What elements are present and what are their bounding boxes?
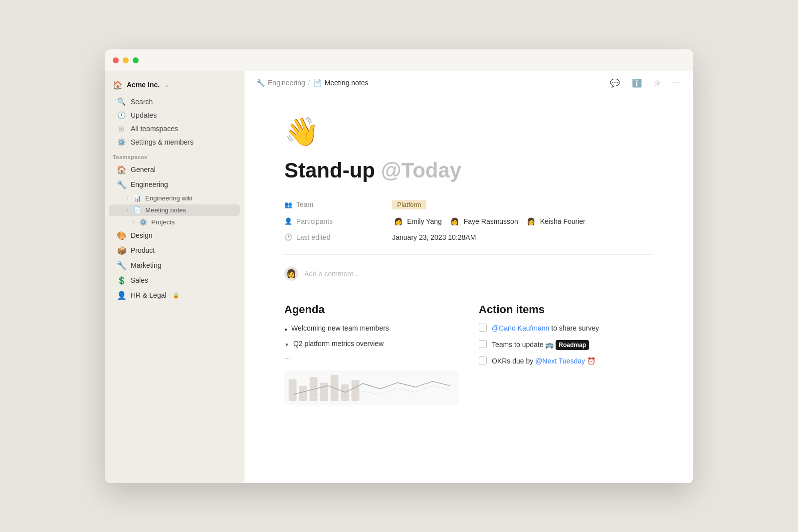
last-edited-value: January 23, 2023 10:28AM [392, 230, 653, 244]
sidebar-item-marketing[interactable]: 🔧 Marketing [109, 258, 240, 273]
participant-1: 👩 Emily Yang [392, 215, 442, 227]
action-item-3-text: OKRs due by @Next Tuesday ⏰ [492, 356, 596, 366]
participant-name-keisha: Keisha Fourier [540, 217, 586, 225]
comment-placeholder: Add a comment... [304, 270, 359, 278]
sidebar-item-product-label: Product [131, 246, 155, 254]
agenda-list: ● Welcoming new team members ▼ Q2 platfo… [284, 323, 459, 349]
home-icon: 🏠 [117, 165, 127, 175]
team-icon: 👥 [284, 201, 292, 208]
maximize-button[interactable] [133, 57, 139, 63]
sidebar-item-engineering-wiki[interactable]: › 📊 Engineering wiki [109, 192, 240, 204]
bullet-icon: ● [284, 326, 287, 333]
info-button[interactable]: ℹ️ [630, 76, 644, 90]
sidebar-item-updates[interactable]: 🕐 Updates [109, 109, 240, 122]
palette-icon: 🎨 [117, 231, 127, 240]
breadcrumb-workspace-icon: 🔧 [256, 79, 265, 87]
sidebar-item-teamspaces[interactable]: ⊞ All teamspaces [109, 122, 240, 135]
participant-2: 👩 Faye Rasmusson [449, 215, 518, 227]
divider-2 [284, 293, 653, 293]
action-item-2: Teams to update 🚌 Roadmap [479, 340, 653, 350]
sidebar-item-settings[interactable]: ⚙️ Settings & members [109, 136, 240, 149]
svg-rect-4 [320, 382, 328, 401]
participant-name-emily: Emily Yang [407, 217, 442, 225]
agenda-title: Agenda [284, 303, 459, 316]
breadcrumb-page-icon: 📄 [313, 79, 322, 87]
breadcrumb-separator: / [308, 79, 310, 87]
chart-preview [284, 368, 459, 408]
sidebar-item-sales-label: Sales [131, 276, 148, 284]
sidebar-item-sales[interactable]: 💲 Sales [109, 273, 240, 288]
checkbox-3[interactable] [479, 356, 487, 364]
participant-3: 👩 Keisha Fourier [525, 215, 586, 227]
sidebar-item-engineering[interactable]: 🔧 Engineering [109, 177, 240, 192]
sidebar-item-projects[interactable]: › ⚙️ Projects [109, 216, 240, 228]
teams-update-text: Teams to update [492, 341, 545, 349]
participants-label: 👤 Participants [284, 217, 364, 225]
sidebar-item-design[interactable]: 🎨 Design [109, 228, 240, 243]
page-title: Stand-up @Today [284, 158, 653, 183]
page-emoji: 👋 [284, 115, 653, 148]
marketing-icon: 🔧 [117, 261, 127, 270]
sidebar-item-product[interactable]: 📦 Product [109, 243, 240, 258]
mention-next-tuesday[interactable]: @Next Tuesday [535, 357, 585, 365]
person-icon: 👤 [117, 291, 127, 300]
comment-row[interactable]: 👩 Add a comment... [284, 263, 653, 285]
svg-rect-7 [352, 380, 360, 401]
minimize-button[interactable] [123, 57, 129, 63]
clock-icon: 🕐 [117, 111, 126, 119]
participant-name-faye: Faye Rasmusson [464, 217, 518, 225]
header-actions: 💬 ℹ️ ☆ ··· [608, 76, 681, 90]
content-area: 🔧 Engineering / 📄 Meeting notes 💬 ℹ️ ☆ ·… [244, 71, 693, 483]
agenda-item-1: ● Welcoming new team members [284, 323, 459, 334]
sidebar-item-wiki-label: Engineering wiki [145, 194, 193, 202]
workspace-chevron-icon: ⌄ [165, 82, 169, 88]
action-item-3: OKRs due by @Next Tuesday ⏰ [479, 356, 653, 366]
chevron-down-icon: › [127, 207, 128, 213]
sidebar-item-engineering-label: Engineering [131, 180, 168, 188]
last-edited-label: 🕐 Last edited [284, 233, 364, 241]
gear-icon: ⚙️ [117, 138, 126, 146]
sidebar-item-meeting-notes[interactable]: › 📄 Meeting notes [109, 204, 240, 216]
mention-carlo[interactable]: @Carlo Kaufmann [492, 324, 549, 332]
workspace-selector[interactable]: 🏠 Acme Inc. ⌄ [105, 77, 244, 95]
sidebar-item-updates-label: Updates [131, 111, 157, 119]
roadmap-badge: Roadmap [556, 340, 589, 350]
okrs-text: OKRs due by [492, 357, 535, 365]
sidebar-item-projects-label: Projects [151, 218, 175, 226]
meta-row-participants: 👤 Participants 👩 Emily Yang [284, 212, 653, 230]
team-label: 👥 Team [284, 200, 364, 208]
meta-row-edited: 🕐 Last edited January 23, 2023 10:28AM [284, 230, 653, 244]
star-button[interactable]: ☆ [652, 76, 663, 90]
close-button[interactable] [113, 57, 119, 63]
app-window: 🏠 Acme Inc. ⌄ 🔍 Search 🕐 Updates ⊞ All t… [105, 49, 693, 483]
clock-emoji: ⏰ [587, 357, 596, 365]
action-item-2-text: Teams to update 🚌 Roadmap [492, 340, 589, 350]
team-value-cell: Platform [392, 197, 653, 212]
comment-button[interactable]: 💬 [608, 76, 622, 90]
sidebar-item-search-label: Search [131, 98, 153, 106]
checkbox-1[interactable] [479, 324, 487, 332]
projects-icon: ⚙️ [139, 218, 147, 226]
more-button[interactable]: ··· [671, 76, 681, 89]
agenda-ellipsis: ··· [284, 354, 459, 363]
chevron-right-icon: › [127, 195, 128, 201]
breadcrumb: 🔧 Engineering / 📄 Meeting notes [256, 79, 369, 87]
workspace-icon: 🏠 [113, 80, 123, 90]
sidebar-item-hr[interactable]: 👤 HR & Legal 🔒 [109, 288, 240, 303]
sidebar-item-search[interactable]: 🔍 Search [109, 95, 240, 108]
checkbox-2[interactable] [479, 340, 487, 348]
lock-icon: 🔒 [173, 292, 180, 299]
projects-chevron-icon: › [133, 219, 134, 225]
title-bold: Stand-up [284, 159, 375, 182]
team-tag[interactable]: Platform [392, 200, 426, 209]
avatar-keisha: 👩 [525, 215, 537, 227]
clock-icon-meta: 🕐 [284, 233, 292, 241]
avatar-emily: 👩 [392, 215, 404, 227]
sidebar-item-settings-label: Settings & members [131, 138, 194, 146]
content-header: 🔧 Engineering / 📄 Meeting notes 💬 ℹ️ ☆ ·… [244, 71, 693, 95]
action-items-section: Action items @Carlo Kaufmann to share su… [479, 303, 653, 408]
action-items-title: Action items [479, 303, 653, 316]
sidebar: 🏠 Acme Inc. ⌄ 🔍 Search 🕐 Updates ⊞ All t… [105, 71, 244, 483]
sidebar-item-general-label: General [131, 166, 156, 174]
sidebar-item-general[interactable]: 🏠 General [109, 163, 240, 177]
